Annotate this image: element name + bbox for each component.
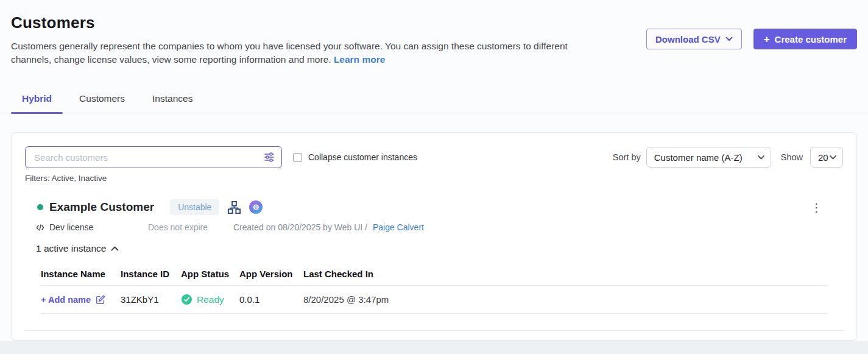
instance-id-value: 31ZKbY1 bbox=[121, 294, 181, 305]
license-type-label: Dev license bbox=[49, 222, 93, 232]
col-app-status: App Status bbox=[181, 269, 239, 279]
last-checked-in-value: 8/20/2025 @ 3:47pm bbox=[303, 294, 827, 305]
customers-card: Collapse customer instances Sort by Cust… bbox=[11, 132, 857, 341]
col-last-checked-in: Last Checked In bbox=[303, 269, 827, 279]
active-status-dot bbox=[37, 204, 43, 210]
tab-instances[interactable]: Instances bbox=[141, 93, 203, 113]
collapse-checkbox[interactable] bbox=[293, 153, 302, 162]
instances-table: Instance Name Instance ID App Status App… bbox=[41, 264, 827, 314]
tab-customers[interactable]: Customers bbox=[68, 93, 136, 113]
tab-bar: Hybrid Customers Instances bbox=[0, 93, 868, 113]
col-instance-id: Instance ID bbox=[121, 269, 181, 279]
sort-by-label: Sort by bbox=[613, 152, 641, 162]
customer-name[interactable]: Example Customer bbox=[49, 200, 154, 214]
customer-block-divider bbox=[25, 330, 844, 331]
chevron-down-icon bbox=[725, 37, 733, 41]
col-app-version: App Version bbox=[239, 269, 303, 279]
license-row: Dev license Does not expire Created on 0… bbox=[36, 222, 843, 232]
add-name-label: + Add name bbox=[41, 295, 91, 305]
search-input[interactable] bbox=[25, 146, 282, 168]
create-customer-button[interactable]: + Create customer bbox=[753, 29, 857, 49]
toolbar: Collapse customer instances Sort by Cust… bbox=[25, 146, 843, 168]
page-bottom-background bbox=[0, 341, 868, 354]
sort-select-value: Customer name (A-Z) bbox=[654, 152, 743, 163]
kubernetes-icon: ☸ bbox=[249, 200, 263, 214]
sitemap-icon bbox=[227, 200, 241, 214]
chevron-up-icon bbox=[111, 246, 119, 251]
create-customer-label: Create customer bbox=[775, 34, 847, 44]
kebab-menu-icon[interactable]: ⋮ bbox=[808, 200, 825, 214]
instances-summary: 1 active instance bbox=[36, 243, 106, 254]
app-version-value: 0.0.1 bbox=[239, 294, 303, 305]
plus-icon: + bbox=[764, 34, 770, 44]
instances-toggle[interactable]: 1 active instance bbox=[36, 243, 843, 254]
chevron-down-icon bbox=[758, 155, 764, 160]
search-wrap bbox=[25, 146, 282, 168]
description-text: Customers generally represent the compan… bbox=[11, 41, 568, 65]
active-filters-text: Filters: Active, Inactive bbox=[25, 174, 843, 183]
created-text: Created on 08/20/2025 by Web UI / bbox=[233, 222, 367, 232]
header-actions: Download CSV + Create customer bbox=[646, 29, 857, 49]
collapse-label: Collapse customer instances bbox=[308, 152, 417, 162]
chevron-down-icon bbox=[830, 155, 836, 160]
filter-sliders-icon[interactable] bbox=[263, 151, 275, 166]
customers-page: Customers Customers generally represent … bbox=[0, 0, 868, 354]
instance-row: + Add name 31ZKbY1 Ready bbox=[41, 286, 827, 314]
customer-row-header: Example Customer Unstable ☸ ⋮ bbox=[37, 199, 843, 215]
app-status-value: Ready bbox=[197, 294, 224, 305]
app-status-cell: Ready bbox=[181, 294, 239, 305]
license-expiry: Does not expire bbox=[148, 222, 233, 232]
page-header: Customers Customers generally represent … bbox=[0, 0, 868, 66]
show-select[interactable]: 20 bbox=[810, 147, 843, 168]
col-instance-name: Instance Name bbox=[41, 269, 121, 279]
code-icon bbox=[36, 224, 44, 232]
customer-type-icons: ☸ bbox=[227, 200, 263, 214]
download-csv-button[interactable]: Download CSV bbox=[646, 29, 742, 49]
show-label: Show bbox=[781, 152, 803, 162]
learn-more-link[interactable]: Learn more bbox=[334, 54, 385, 65]
add-instance-name-button[interactable]: + Add name bbox=[41, 294, 121, 305]
sort-select[interactable]: Customer name (A-Z) bbox=[646, 147, 771, 168]
collapse-instances-toggle[interactable]: Collapse customer instances bbox=[293, 152, 417, 162]
instances-table-header: Instance Name Instance ID App Status App… bbox=[41, 264, 827, 286]
license-type: Dev license bbox=[36, 222, 148, 232]
edit-icon[interactable] bbox=[95, 294, 106, 305]
created-by-link[interactable]: Paige Calvert bbox=[373, 222, 424, 232]
download-csv-label: Download CSV bbox=[655, 34, 721, 44]
page-description: Customers generally represent the compan… bbox=[11, 40, 599, 66]
channel-badge: Unstable bbox=[170, 199, 219, 215]
license-created: Created on 08/20/2025 by Web UI / Paige … bbox=[233, 222, 424, 232]
show-select-value: 20 bbox=[818, 152, 828, 163]
toolbar-right: Sort by Customer name (A-Z) Show 20 bbox=[613, 147, 843, 168]
check-circle-icon bbox=[181, 294, 192, 305]
tab-hybrid[interactable]: Hybrid bbox=[11, 93, 63, 113]
